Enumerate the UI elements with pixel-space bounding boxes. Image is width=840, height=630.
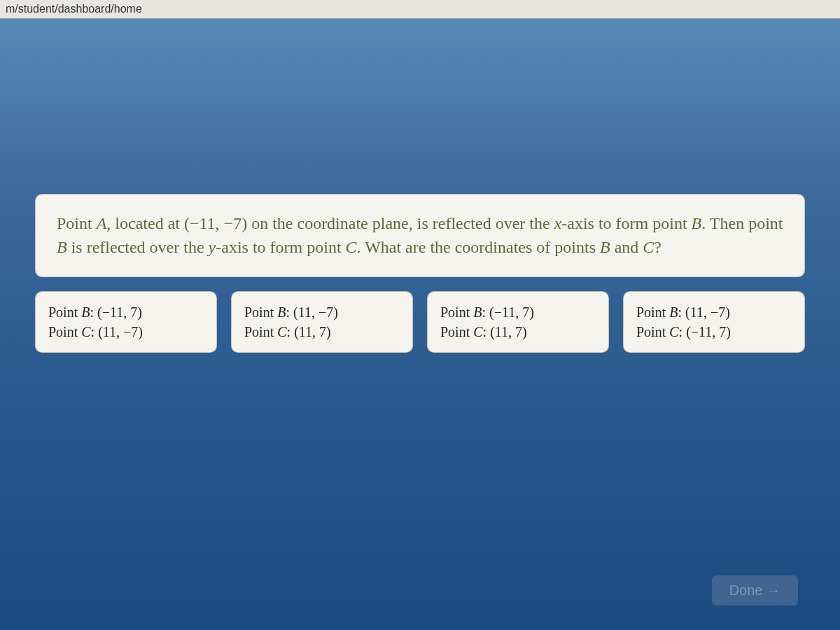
answer-options: Point B: (−11, 7) Point C: (11, −7) Poin… — [35, 291, 805, 353]
option-3[interactable]: Point B: (−11, 7) Point C: (11, 7) — [427, 291, 609, 353]
option-4[interactable]: Point B: (11, −7) Point C: (−11, 7) — [623, 291, 805, 353]
option-line-c: Point C: (11, 7) — [244, 322, 400, 342]
option-line-b: Point B: (−11, 7) — [440, 302, 596, 322]
url-bar: m/student/dashboard/home — [0, 0, 840, 19]
option-line-c: Point C: (11, 7) — [440, 322, 596, 342]
url-text: m/student/dashboard/home — [6, 3, 142, 15]
option-line-b: Point B: (−11, 7) — [48, 302, 204, 322]
option-line-b: Point B: (11, −7) — [636, 302, 792, 322]
done-label: Done — [729, 582, 763, 598]
content-area: Point A, located at (−11, −7) on the coo… — [0, 194, 840, 630]
option-2[interactable]: Point B: (11, −7) Point C: (11, 7) — [231, 291, 413, 353]
done-button[interactable]: Done — [712, 575, 798, 606]
option-line-c: Point C: (−11, 7) — [636, 322, 792, 342]
question-text: Point A, located at (−11, −7) on the coo… — [57, 214, 783, 256]
question-card: Point A, located at (−11, −7) on the coo… — [35, 194, 805, 277]
option-line-c: Point C: (11, −7) — [48, 322, 204, 342]
option-1[interactable]: Point B: (−11, 7) Point C: (11, −7) — [35, 291, 217, 353]
option-line-b: Point B: (11, −7) — [244, 302, 400, 322]
